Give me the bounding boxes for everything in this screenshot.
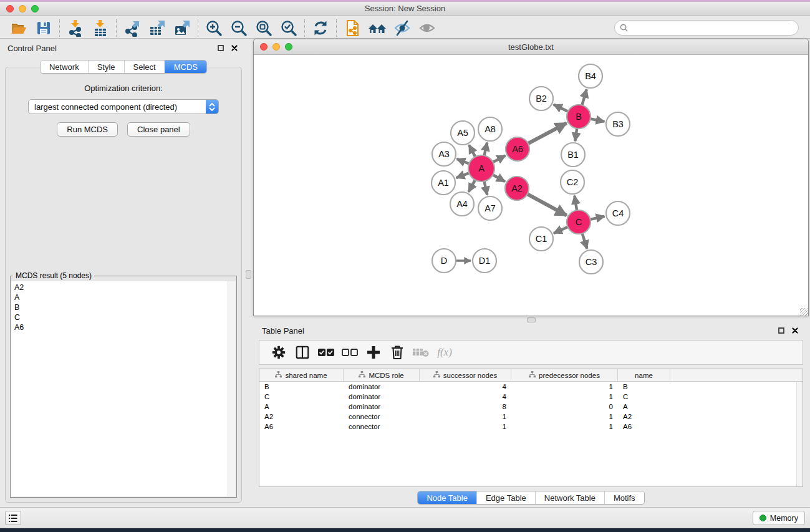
resize-handle[interactable] <box>800 308 808 316</box>
export-network-icon[interactable] <box>120 19 145 37</box>
table-scrollbar[interactable] <box>796 382 803 486</box>
graph-edge-A-A1[interactable] <box>456 173 470 178</box>
result-list-item[interactable]: A6 <box>14 322 236 332</box>
tab-mcds[interactable]: MCDS <box>165 60 206 73</box>
home-icon[interactable] <box>365 19 390 37</box>
table-cell[interactable]: 1 <box>511 413 618 420</box>
zoom-fit-icon[interactable] <box>251 19 276 37</box>
search-input[interactable] <box>631 24 793 32</box>
memory-button[interactable]: Memory <box>753 511 805 525</box>
result-list-item[interactable]: B <box>14 302 236 312</box>
graph-edge-B-B2[interactable] <box>554 105 568 112</box>
import-network-icon[interactable] <box>63 19 88 37</box>
table-cell[interactable]: 4 <box>420 393 511 400</box>
graph-edge-B-B4[interactable] <box>582 89 586 105</box>
table-cell[interactable]: connector <box>344 423 420 430</box>
graph-edge-A-A5[interactable] <box>469 145 475 157</box>
graph-edge-A-A2[interactable] <box>493 175 505 181</box>
tab-network-table[interactable]: Network Table <box>535 491 604 504</box>
table-row[interactable]: A2connector11A2 <box>259 412 803 422</box>
table-cell[interactable]: 1 <box>511 393 618 400</box>
graph-edge-A-A4[interactable] <box>469 180 475 191</box>
network-from-file-icon[interactable] <box>340 19 365 37</box>
settings-gear-icon[interactable] <box>267 342 291 362</box>
divider-handle[interactable] <box>246 270 251 279</box>
graph-edge-C-C4[interactable] <box>591 216 605 220</box>
mcds-result-list[interactable]: A2ABCA6 <box>11 281 236 496</box>
column-header-predecessor-nodes[interactable]: predecessor nodes <box>511 369 618 381</box>
table-row[interactable]: A6connector11A6 <box>259 422 803 432</box>
zoom-out-icon[interactable] <box>226 19 251 37</box>
column-header-MCDS-role[interactable]: MCDS role <box>344 369 420 381</box>
open-file-icon[interactable] <box>6 19 31 37</box>
task-history-button[interactable] <box>5 511 21 525</box>
export-image-icon[interactable] <box>170 19 195 37</box>
table-cell[interactable]: 0 <box>511 403 618 410</box>
graph-edge-C-C2[interactable] <box>574 196 577 210</box>
table-cell[interactable]: 1 <box>420 423 511 430</box>
tab-motifs[interactable]: Motifs <box>604 491 644 504</box>
graph-edge-B-B3[interactable] <box>591 119 605 122</box>
select-all-checkboxes-icon[interactable] <box>314 342 338 362</box>
zoom-selected-icon[interactable] <box>276 19 301 37</box>
network-canvas[interactable]: B4B2BB3A5A8A6A3B1AA1C2A2A4A7C4CC1C3DD1 <box>254 56 808 315</box>
graph-edge-C-C1[interactable] <box>554 227 568 233</box>
result-list-item[interactable]: C <box>14 312 236 322</box>
add-column-icon[interactable] <box>362 342 385 362</box>
vertical-split-divider[interactable] <box>244 39 253 507</box>
table-cell[interactable]: dominator <box>344 383 420 390</box>
hide-annotations-icon[interactable] <box>390 19 415 37</box>
table-cell[interactable]: 1 <box>511 423 618 430</box>
result-list-item[interactable]: A2 <box>14 283 236 293</box>
tab-edge-table[interactable]: Edge Table <box>476 491 535 504</box>
float-panel-icon[interactable] <box>216 44 226 52</box>
delete-column-icon[interactable] <box>385 342 409 362</box>
table-cell[interactable]: A2 <box>618 413 670 420</box>
table-row[interactable]: Bdominator41B <box>259 382 803 392</box>
node-table[interactable]: shared nameMCDS rolesuccessor nodesprede… <box>259 369 803 487</box>
table-cell[interactable]: C <box>618 393 670 400</box>
close-panel-button[interactable]: Close panel <box>127 122 190 137</box>
show-graphics-details-icon[interactable] <box>415 19 440 37</box>
table-cell[interactable]: A <box>618 403 670 410</box>
horizontal-split-divider[interactable] <box>253 316 810 324</box>
graph-edge-A-A3[interactable] <box>457 159 470 164</box>
float-panel-icon[interactable] <box>776 326 786 335</box>
table-cell[interactable]: A2 <box>259 413 344 420</box>
table-cell[interactable]: 1 <box>420 413 511 420</box>
export-table-icon[interactable] <box>145 19 170 37</box>
table-row[interactable]: Adominator80A <box>259 402 803 412</box>
table-cell[interactable]: A6 <box>259 423 344 430</box>
close-panel-icon[interactable] <box>790 326 800 335</box>
tab-select[interactable]: Select <box>124 60 165 73</box>
table-cell[interactable]: C <box>259 393 344 400</box>
tab-node-table[interactable]: Node Table <box>418 491 476 504</box>
table-cell[interactable]: dominator <box>344 393 420 400</box>
table-cell[interactable]: 4 <box>420 383 511 390</box>
graph-edge-A6-B[interactable] <box>528 123 567 143</box>
column-layout-icon[interactable] <box>291 342 314 362</box>
table-cell[interactable]: A6 <box>618 423 670 430</box>
refresh-icon[interactable] <box>308 19 333 37</box>
tab-style[interactable]: Style <box>88 60 124 73</box>
save-session-icon[interactable] <box>31 19 56 37</box>
table-cell[interactable]: 8 <box>420 403 511 410</box>
column-header-successor-nodes[interactable]: successor nodes <box>420 369 511 381</box>
graph-edge-C-C3[interactable] <box>582 233 587 249</box>
table-cell[interactable]: connector <box>344 413 420 420</box>
graph-edge-A-A6[interactable] <box>493 155 506 162</box>
graph-edge-A-A7[interactable] <box>484 181 487 195</box>
table-cell[interactable]: 1 <box>511 383 618 390</box>
table-cell[interactable]: dominator <box>344 403 420 410</box>
divider-handle[interactable] <box>527 317 536 322</box>
table-cell[interactable]: A <box>259 403 344 410</box>
graph-edge-A-A8[interactable] <box>485 142 488 155</box>
column-header-shared-name[interactable]: shared name <box>259 369 344 381</box>
zoom-in-icon[interactable] <box>201 19 226 37</box>
graph-edge-B-B1[interactable] <box>575 128 577 141</box>
deselect-checkboxes-icon[interactable] <box>338 342 362 362</box>
run-mcds-button[interactable]: Run MCDS <box>57 122 118 137</box>
close-panel-icon[interactable] <box>229 44 239 52</box>
table-cell[interactable]: B <box>618 383 670 390</box>
tab-network[interactable]: Network <box>41 60 88 73</box>
